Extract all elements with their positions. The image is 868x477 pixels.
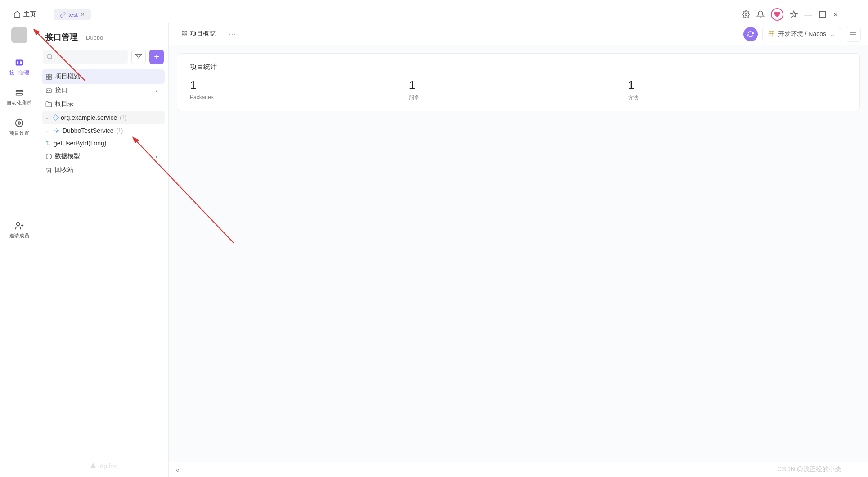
tab-close-icon[interactable]: × (81, 10, 85, 18)
tab-separator (48, 10, 48, 18)
menu-icon (850, 31, 857, 38)
nav-label: 邀请成员 (9, 232, 29, 239)
minimize-icon[interactable]: — (804, 10, 812, 19)
add-child-icon[interactable]: + (146, 114, 150, 122)
brand-icon (90, 463, 97, 470)
home-icon (13, 11, 21, 18)
datamodel-icon (45, 153, 52, 160)
caret-icon: ▸ (156, 88, 161, 93)
folder-icon (45, 101, 52, 108)
settings-nav-icon (14, 118, 24, 128)
nav-label: 接口管理 (9, 69, 29, 76)
env-selector[interactable]: 开 开发环境 / Nacos ⌄ (762, 27, 841, 41)
tree-method-label: getUserById(Long) (54, 140, 107, 147)
invite-icon (14, 221, 24, 231)
test-icon (14, 88, 24, 98)
stat-value: 1 (409, 78, 628, 92)
svg-point-9 (16, 223, 19, 226)
tree-datamodel-label: 数据模型 (55, 152, 153, 160)
stat-value: 1 (190, 78, 409, 92)
stats-title: 项目统计 (190, 63, 847, 71)
heart-icon[interactable] (771, 8, 783, 21)
tree-overview[interactable]: 项目概览 (42, 69, 165, 84)
titlebar (0, 0, 868, 5)
brand-label: Apifox (99, 463, 117, 470)
bell-icon[interactable] (756, 10, 765, 18)
filter-icon (135, 53, 142, 60)
overview-tab-icon (181, 31, 188, 37)
svg-rect-18 (49, 77, 51, 79)
tree-package-count: (1) (120, 114, 126, 121)
tree-root-label: 根目录 (55, 100, 74, 108)
close-icon[interactable]: × (833, 9, 838, 20)
pin-icon[interactable] (790, 10, 798, 18)
tree-interfaces-label: 接口 (55, 86, 153, 95)
tree-service-count: (1) (117, 127, 123, 134)
filter-button[interactable] (131, 50, 146, 64)
search-input[interactable] (43, 50, 128, 64)
add-button[interactable]: + (149, 50, 164, 64)
main-tab-label: 项目概览 (190, 30, 216, 38)
brand-footer: Apifox (38, 455, 168, 477)
sidebar-subtype: Dubbo (86, 34, 103, 41)
stat-label: Packages (190, 94, 409, 100)
tab-home[interactable]: 主页 (7, 9, 42, 20)
tree-package[interactable]: ⌄ org.example.service (1) + ⋯ (42, 111, 165, 124)
svg-rect-17 (46, 77, 48, 79)
maximize-icon[interactable] (819, 10, 827, 18)
stat-value: 1 (628, 78, 847, 92)
service-icon (54, 127, 60, 134)
tree-datamodel[interactable]: 数据模型 ▸ (42, 150, 165, 163)
collapse-button[interactable]: « (176, 466, 180, 473)
chevron-down-icon: ⌄ (45, 128, 51, 133)
nav-api-manage[interactable]: 接口管理 (0, 54, 38, 80)
svg-point-7 (18, 122, 21, 124)
env-label: 开发环境 / Nacos (778, 30, 826, 38)
stat-label: 方法 (628, 94, 847, 102)
stat-services: 1 服务 (409, 78, 628, 102)
settings-icon[interactable] (742, 10, 750, 18)
tree-recycle[interactable]: 回收站 (42, 163, 165, 177)
tree-interfaces[interactable]: 接口 ▸ (42, 84, 165, 97)
refresh-button[interactable] (743, 27, 758, 41)
svg-point-20 (47, 90, 48, 91)
more-icon[interactable]: ⋯ (154, 114, 161, 122)
workspace-avatar[interactable] (11, 27, 27, 43)
nav-auto-test[interactable]: 自动化测试 (0, 84, 38, 110)
caret-icon: ▸ (156, 154, 161, 159)
tab-more-icon[interactable]: ⋯ (228, 29, 237, 39)
tree-root-folder[interactable]: 根目录 (42, 97, 165, 111)
svg-rect-15 (46, 74, 48, 76)
svg-rect-4 (20, 61, 22, 64)
tab-home-label: 主页 (23, 10, 36, 18)
app-tabbar: 主页 test × — × (0, 5, 868, 23)
tree-recycle-label: 回收站 (55, 166, 74, 174)
menu-button[interactable] (846, 27, 861, 42)
sidebar-tree: 项目概览 接口 ▸ 根目录 ⌄ org.example.service (1) … (38, 68, 168, 178)
nav-settings[interactable]: 项目设置 (0, 114, 38, 140)
watermark: CSDN @浅正经的小柴 (777, 465, 841, 473)
chevron-down-icon: ⌄ (45, 115, 51, 120)
svg-rect-2 (15, 60, 23, 66)
overview-icon (45, 73, 52, 80)
svg-rect-3 (17, 61, 18, 64)
main-tabs: 项目概览 ⋯ 开 开发环境 / Nacos ⌄ (169, 23, 868, 45)
tree-service[interactable]: ⌄ DubboTestService (1) (42, 124, 165, 137)
stat-label: 服务 (409, 94, 628, 102)
chevron-down-icon: ⌄ (830, 31, 835, 38)
nav-label: 自动化测试 (7, 100, 31, 106)
stat-packages: 1 Packages (190, 78, 409, 102)
svg-point-22 (56, 130, 58, 132)
tree-method[interactable]: ⇅ getUserById(Long) (42, 137, 165, 150)
env-prefix: 开 (768, 30, 774, 38)
tab-test[interactable]: test × (54, 9, 91, 20)
sidebar: 接口管理 Dubbo + 项目概览 接口 ▸ (38, 23, 169, 477)
svg-rect-27 (182, 32, 184, 33)
main-tab-overview[interactable]: 项目概览 (176, 23, 221, 45)
nav-invite[interactable]: 邀请成员 (0, 217, 38, 243)
left-nav: 接口管理 自动化测试 项目设置 邀请成员 (0, 23, 38, 477)
svg-rect-1 (820, 11, 826, 18)
stat-methods: 1 方法 (628, 78, 847, 102)
sidebar-title: 接口管理 (45, 32, 78, 42)
api-icon (14, 58, 24, 68)
